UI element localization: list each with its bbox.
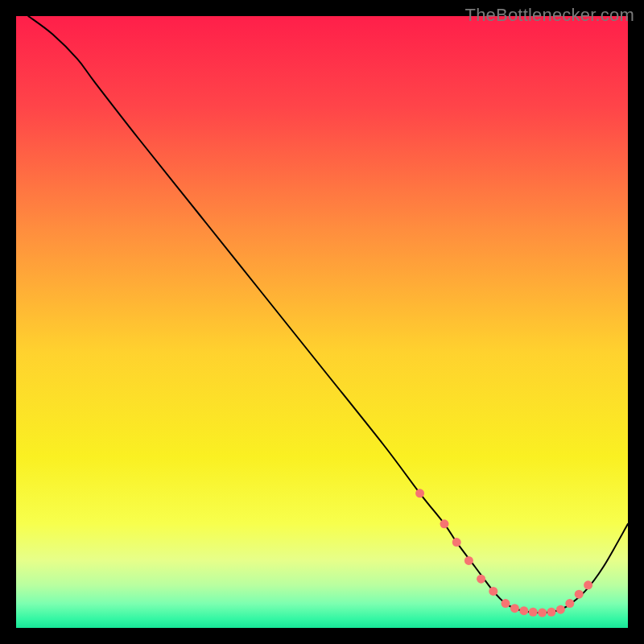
data-marker	[538, 609, 547, 617]
data-marker	[415, 489, 424, 497]
data-marker	[556, 605, 565, 614]
data-marker	[452, 538, 461, 547]
gradient-background	[16, 16, 628, 628]
data-marker	[565, 599, 574, 608]
data-marker	[477, 575, 485, 584]
watermark-text: TheBottlenecker.com	[465, 5, 634, 26]
data-marker	[547, 608, 556, 617]
chart-frame: TheBottlenecker.com	[0, 0, 644, 644]
bottleneck-chart	[16, 16, 628, 628]
data-marker	[502, 599, 510, 608]
data-marker	[510, 604, 519, 613]
data-marker	[464, 556, 473, 565]
data-marker	[575, 590, 584, 599]
data-marker	[584, 580, 592, 589]
data-marker	[519, 606, 528, 615]
data-marker	[440, 519, 449, 528]
data-marker	[529, 608, 538, 617]
data-marker	[489, 587, 497, 596]
